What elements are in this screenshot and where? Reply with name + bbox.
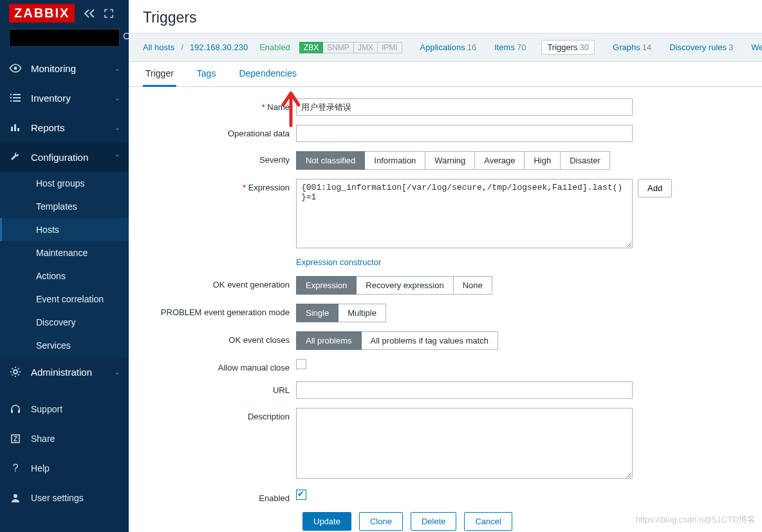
sub-templates[interactable]: Templates [0,195,129,218]
proto-jmx[interactable]: JMX [354,42,378,53]
sub-hosts[interactable]: Hosts [0,218,129,241]
okgen-recovery[interactable]: Recovery expression [357,276,453,295]
collapse-icon[interactable] [84,9,95,18]
severity-group: Not classified Information Warning Avera… [296,151,610,170]
svg-point-6 [14,370,17,374]
okclose-tag[interactable]: All problems if tag values match [362,331,499,350]
expr-label: Expression [143,179,296,192]
add-button[interactable]: Add [638,179,672,197]
wrench-icon [9,151,22,163]
page-title: Triggers [129,0,762,33]
expr-constructor-link[interactable]: Expression constructor [296,257,381,267]
sev-information[interactable]: Information [365,151,425,170]
opdata-input[interactable] [296,125,633,142]
sub-discovery[interactable]: Discovery [0,311,129,334]
desc-input[interactable] [296,408,633,479]
nav-configuration[interactable]: Configuration ⌃ [0,142,129,172]
probmode-label: PROBLEM event generation mode [143,304,296,317]
footer-help[interactable]: ? Help [0,454,129,483]
footer-usersettings[interactable]: User settings [0,483,129,513]
sev-warning[interactable]: Warning [425,151,475,170]
headset-icon [9,404,22,414]
link-items[interactable]: Items70 [494,42,526,52]
proto-snmp[interactable]: SNMP [323,42,354,53]
nav-administration[interactable]: Administration ⌄ [0,357,129,387]
chevron-up-icon: ⌃ [115,154,120,161]
expr-input[interactable] [296,179,633,248]
delete-button[interactable]: Delete [411,512,457,531]
sidebar: ZABBIX Monitoring ⌄ Inventory ⌄ [0,0,129,532]
footer-support[interactable]: Support [0,394,129,424]
tab-dependencies[interactable]: Dependencies [236,62,299,86]
manual-checkbox[interactable] [296,359,306,369]
nav-inventory-label: Inventory [31,93,71,104]
crumb-host[interactable]: 192.168.30.230 [190,42,248,52]
eye-icon [9,64,22,73]
svg-rect-3 [11,127,13,131]
okgen-expression[interactable]: Expression [296,276,357,295]
sub-actions[interactable]: Actions [0,264,129,288]
sub-services[interactable]: Services [0,334,129,357]
link-triggers[interactable]: Triggers30 [541,40,595,55]
logo[interactable]: ZABBIX [9,4,75,23]
link-discovery[interactable]: Discovery rules3 [669,42,733,52]
svg-rect-7 [11,410,13,413]
chevron-down-icon: ⌄ [115,124,120,131]
tab-tags[interactable]: Tags [194,62,219,86]
sev-disaster[interactable]: Disaster [561,151,610,170]
chevron-down-icon: ⌄ [115,369,120,376]
nav-monitoring[interactable]: Monitoring ⌄ [0,53,129,83]
severity-label: Severity [143,151,296,165]
sev-notclassified[interactable]: Not classified [296,151,365,170]
nav-reports[interactable]: Reports ⌄ [0,113,129,142]
sub-hostgroups[interactable]: Host groups [0,172,129,195]
svg-rect-5 [17,128,19,131]
share-icon: Z [9,434,22,443]
clone-button[interactable]: Clone [359,512,403,531]
okgen-label: OK event generation [143,276,296,289]
svg-text:Z: Z [14,436,17,443]
probmode-multiple[interactable]: Multiple [339,304,386,322]
sev-average[interactable]: Average [475,151,525,170]
enabled-label: Enabled [259,42,290,52]
opdata-label: Operational data [143,125,296,138]
tabs: Trigger Tags Dependencies [129,62,762,87]
name-input[interactable] [296,98,633,116]
sub-maintenance[interactable]: Maintenance [0,241,129,264]
nav-reports-label: Reports [31,122,65,133]
search-input[interactable] [15,33,123,43]
nav-configuration-label: Configuration [31,152,88,163]
filter-bar: All hosts / 192.168.30.230 Enabled ZBX S… [129,33,762,62]
sub-eventcorr[interactable]: Event correlation [0,288,129,311]
okgen-none[interactable]: None [454,276,492,295]
tab-trigger[interactable]: Trigger [143,62,176,87]
watermark: https://blog.csdn.n@51CTO博客 [636,514,756,526]
crumb-allhosts[interactable]: All hosts [143,42,174,52]
bar-chart-icon [9,123,22,132]
name-label: Name [143,98,296,112]
link-web[interactable]: Web sce [751,42,762,52]
link-graphs[interactable]: Graphs14 [613,42,651,52]
proto-zbx[interactable]: ZBX [299,42,323,53]
search-box[interactable] [9,29,120,47]
url-input[interactable] [296,381,633,399]
probmode-single[interactable]: Single [296,304,339,322]
nav-monitoring-label: Monitoring [31,63,76,74]
nav-inventory[interactable]: Inventory ⌄ [0,83,129,113]
desc-label: Description [143,408,296,421]
enabled-checkbox[interactable] [296,490,306,500]
update-button[interactable]: Update [302,512,351,531]
svg-rect-4 [14,124,16,131]
okclose-all[interactable]: All problems [296,331,362,350]
link-applications[interactable]: Applications16 [420,42,477,52]
svg-point-2 [14,67,17,70]
fullscreen-icon[interactable] [104,9,113,18]
sev-high[interactable]: High [525,151,561,170]
user-icon [9,493,22,503]
manual-label: Allow manual close [143,359,296,372]
gear-icon [9,366,22,378]
footer-share[interactable]: Z Share [0,424,129,454]
proto-ipmi[interactable]: IPMI [378,42,402,53]
cancel-button[interactable]: Cancel [464,512,512,531]
nav-administration-label: Administration [31,367,92,378]
